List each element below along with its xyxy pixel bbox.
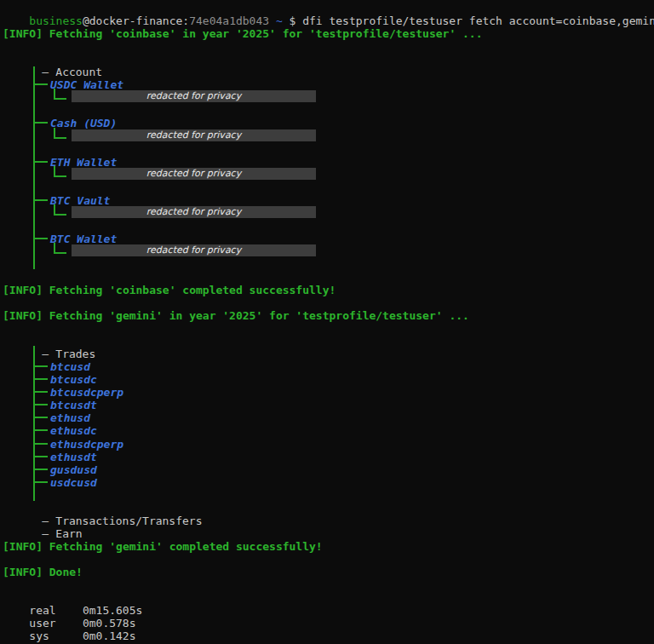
trade-label: btcusd [50, 360, 90, 373]
tree-branch-tick [33, 391, 48, 393]
trade-item: btcusdc [50, 373, 97, 386]
tree-branch-tick [33, 481, 48, 483]
trade-item: ethusdc [50, 424, 97, 437]
tree-dash: — [42, 66, 55, 78]
tree-branch-tick [33, 417, 48, 418]
info-fetch-gemini: [INFO] Fetching 'gemini' in year '2025' … [3, 309, 469, 322]
trade-item: ethusd [50, 411, 90, 424]
tree-section-transactions: —Transactions/Transfers [15, 502, 203, 515]
tree-branch-tick [33, 161, 48, 163]
tree-branch-tick [33, 122, 48, 124]
redacted-bar: redacted for privacy [72, 244, 316, 256]
tree-elbow-connector [54, 243, 66, 254]
trade-label: ethusdcperp [50, 438, 123, 451]
prompt-line-command: business@docker-finance:74e04a1db043~$df… [3, 2, 654, 14]
redacted-bar: redacted for privacy [72, 129, 316, 141]
prompt-hostname: @docker-finance: [83, 14, 189, 27]
info-gemini-done: [INFO] Fetching 'gemini' completed succe… [3, 540, 323, 553]
redacted-bar: redacted for privacy [72, 168, 316, 180]
prompt-symbol: $ [290, 14, 296, 27]
trade-label: btcusdc [50, 373, 97, 386]
info-done: [INFO] Done! [3, 566, 83, 578]
trade-item: btcusdt [50, 399, 97, 411]
tree-section-title: Earn [55, 527, 82, 540]
tree-section-trades: —Trades [15, 335, 95, 348]
tree-branch-tick [33, 456, 48, 457]
tree-elbow-connector [54, 204, 66, 216]
tree-section-title: Trades [55, 348, 95, 360]
tree-elbow-connector [54, 166, 66, 177]
prompt-line-active[interactable]: business@docker-finance:74e04a1db043~$ [3, 630, 310, 643]
tree-branch-tick [33, 238, 48, 239]
redacted-bar: redacted for privacy [72, 90, 316, 102]
tree-branch-tick [33, 469, 48, 470]
tree-branch-tick [33, 199, 48, 201]
redacted-bar: redacted for privacy [72, 206, 316, 218]
tree-branch-tick [33, 429, 48, 431]
trade-item: gusdusd [50, 463, 97, 476]
trade-label: btcusdt [50, 399, 97, 411]
trade-label: gusdusd [50, 463, 97, 476]
tree-section-title: Account [55, 66, 102, 78]
tree-dash: — [42, 527, 55, 540]
prompt-container-id: 74e04a1db043 [189, 14, 269, 27]
terminal-screen[interactable]: business@docker-finance:74e04a1db043~$df… [0, 0, 654, 644]
tree-section-earn: —Earn [15, 515, 83, 527]
trade-label: btcusdcperp [50, 386, 123, 399]
trade-item: usdcusd [50, 476, 97, 489]
tree-section-account: —Account [15, 53, 102, 66]
trade-item: ethusdt [50, 451, 97, 463]
timing-row-sys: sys0m0.142s [3, 617, 136, 630]
prompt-cwd: ~ [276, 14, 283, 27]
timing-row-user: user0m0.578s [3, 604, 136, 617]
trade-label: ethusd [50, 411, 90, 424]
tree-dash: — [42, 348, 55, 360]
trade-item: btcusdcperp [50, 386, 123, 399]
trade-label: ethusdc [50, 424, 97, 437]
trade-label: ethusdt [50, 451, 97, 463]
prompt-username: business [29, 14, 83, 27]
trade-label: usdcusd [50, 476, 97, 489]
trade-item: btcusd [50, 360, 90, 373]
info-fetch-coinbase: [INFO] Fetching 'coinbase' in year '2025… [3, 27, 483, 40]
trade-item: ethusdcperp [50, 438, 123, 451]
tree-branch-tick [33, 378, 48, 380]
timing-row-real: real0m15.605s [3, 591, 142, 604]
tree-elbow-connector [54, 89, 66, 100]
tree-branch-tick [33, 443, 48, 445]
tree-elbow-connector [54, 128, 66, 139]
tree-branch-tick [33, 365, 48, 367]
tree-branch-tick [33, 83, 48, 85]
tree-branch-tick [33, 404, 48, 405]
command-text: dfi testprofile/testuser fetch account=c… [302, 14, 654, 27]
tree-vertical-line-trades [33, 346, 35, 501]
info-coinbase-done: [INFO] Fetching 'coinbase' completed suc… [3, 284, 336, 296]
